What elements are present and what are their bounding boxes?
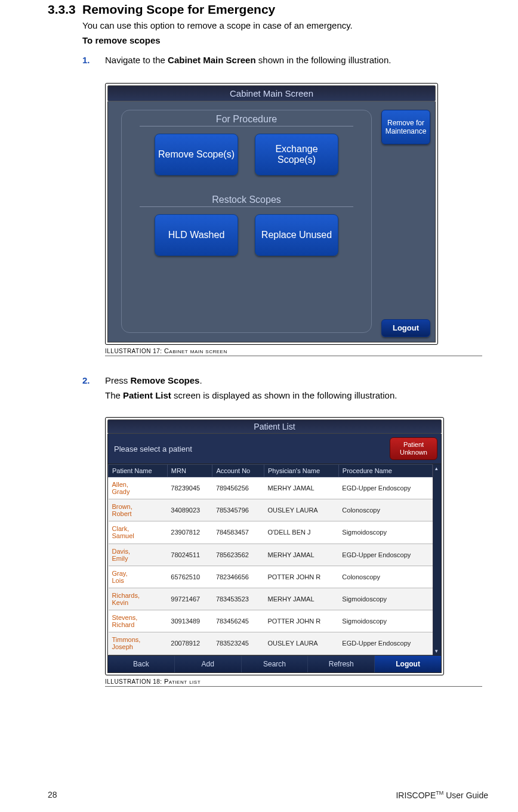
hld-washed-button[interactable]: HLD Washed [155, 214, 238, 256]
back-button[interactable]: Back [108, 656, 175, 672]
patient-unknown-button[interactable]: Patient Unknown [390, 437, 437, 460]
section-heading: 3.3.3Removing Scope for Emergency [48, 2, 482, 17]
table-cell: 65762510 [167, 566, 212, 588]
table-row[interactable]: Richards, Kevin99721467783453523MERHY JA… [109, 588, 433, 610]
figure-caption: Illustration 18: Patient list [105, 678, 482, 687]
table-cell: Gray, Lois [109, 566, 168, 588]
table-cell: Colonoscopy [338, 499, 432, 521]
remove-scopes-button[interactable]: Remove Scope(s) [155, 134, 238, 175]
step-follow-text: The Patient List screen is displayed as … [105, 390, 482, 400]
replace-unused-button[interactable]: Replace Unused [255, 214, 338, 256]
step-number: 1. [82, 55, 105, 65]
table-cell: Timmons, Joseph [109, 632, 168, 654]
table-row[interactable]: Gray, Lois65762510782346656POTTER JOHN R… [109, 566, 433, 588]
add-button[interactable]: Add [175, 656, 242, 672]
table-cell: 783453523 [212, 588, 264, 610]
table-cell: MERHY JAMAL [264, 544, 339, 566]
table-cell: 78239045 [167, 477, 212, 499]
table-cell: MERHY JAMAL [264, 588, 339, 610]
table-cell: Richards, Kevin [109, 588, 168, 610]
table-cell: 784583457 [212, 521, 264, 544]
table-row[interactable]: Brown, Robert34089023785345796OUSLEY LAU… [109, 499, 433, 521]
figure-patient-list: Patient List Please select a patient Pat… [105, 417, 482, 687]
patient-list-title: Patient List [107, 419, 442, 434]
table-row[interactable]: Allen, Grady78239045789456256MERHY JAMAL… [109, 477, 433, 499]
page-number: 28 [48, 790, 57, 800]
table-row[interactable]: Stevens, Richard30913489783456245POTTER … [109, 610, 433, 632]
table-row[interactable]: Davis, Emily78024511785623562MERHY JAMAL… [109, 544, 433, 566]
col-account-no[interactable]: Account No [212, 465, 264, 477]
col-procedure-name[interactable]: Procedure Name [338, 465, 432, 477]
table-cell: Brown, Robert [109, 499, 168, 521]
table-cell: OUSLEY LAURA [264, 632, 339, 654]
step-text: Press Remove Scopes. [105, 374, 202, 387]
table-cell: EGD-Upper Endoscopy [338, 632, 432, 654]
table-cell: Sigmoidoscopy [338, 610, 432, 632]
table-cell: 785623562 [212, 544, 264, 566]
group-label-restock-scopes: Restock Scopes [122, 191, 371, 206]
refresh-button[interactable]: Refresh [308, 656, 375, 672]
table-cell: Allen, Grady [109, 477, 168, 499]
step-number: 2. [82, 375, 105, 385]
remove-for-maintenance-button[interactable]: Remove for Maintenance [381, 110, 430, 144]
table-cell: POTTER JOHN R [264, 566, 339, 588]
col-mrn[interactable]: MRN [167, 465, 212, 477]
table-cell: MERHY JAMAL [264, 477, 339, 499]
table-cell: Stevens, Richard [109, 610, 168, 632]
patient-table: Patient Name MRN Account No Physician's … [108, 464, 433, 655]
table-cell: 34089023 [167, 499, 212, 521]
search-button[interactable]: Search [242, 656, 309, 672]
cabinet-title: Cabinet Main Screen [107, 85, 436, 101]
figure-caption: Illustration 17: Cabinet main screen [105, 347, 482, 356]
table-cell: 783456245 [212, 610, 264, 632]
table-cell: 20078912 [167, 632, 212, 654]
product-name: IRISCOPETM User Guide [396, 790, 488, 800]
table-row[interactable]: Timmons, Joseph20078912783523245OUSLEY L… [109, 632, 433, 654]
scrollbar[interactable] [433, 464, 441, 655]
table-cell: O'DELL BEN J [264, 521, 339, 544]
table-cell: EGD-Upper Endoscopy [338, 544, 432, 566]
table-cell: 783523245 [212, 632, 264, 654]
table-cell: 23907812 [167, 521, 212, 544]
page-footer: 28 IRISCOPETM User Guide [48, 790, 488, 800]
section-subhead: To remove scopes [82, 35, 482, 45]
table-cell: 30913489 [167, 610, 212, 632]
group-label-for-procedure: For Procedure [122, 110, 371, 126]
section-intro: You can use this option to remove a scop… [82, 20, 482, 30]
logout-button[interactable]: Logout [381, 319, 430, 337]
section-title: Removing Scope for Emergency [82, 2, 275, 16]
table-cell: 785345796 [212, 499, 264, 521]
table-cell: POTTER JOHN R [264, 610, 339, 632]
table-cell: 789456256 [212, 477, 264, 499]
table-cell: Clark, Samuel [109, 521, 168, 544]
patient-list-prompt: Please select a patient [114, 444, 192, 453]
table-cell: OUSLEY LAURA [264, 499, 339, 521]
col-patient-name[interactable]: Patient Name [109, 465, 168, 477]
figure-cabinet-main-screen: Cabinet Main Screen For Procedure Remove… [105, 83, 482, 356]
table-cell: EGD-Upper Endoscopy [338, 477, 432, 499]
exchange-scopes-button[interactable]: Exchange Scope(s) [255, 134, 338, 175]
table-cell: 782346656 [212, 566, 264, 588]
step-text: Navigate to the Cabinet Main Screen show… [105, 54, 391, 66]
col-physician-name[interactable]: Physician's Name [264, 465, 339, 477]
table-cell: Sigmoidoscopy [338, 588, 432, 610]
logout-button[interactable]: Logout [375, 656, 441, 672]
table-cell: 78024511 [167, 544, 212, 566]
table-cell: Sigmoidoscopy [338, 521, 432, 544]
table-cell: 99721467 [167, 588, 212, 610]
section-number: 3.3.3 [48, 2, 82, 17]
table-row[interactable]: Clark, Samuel23907812784583457O'DELL BEN… [109, 521, 433, 544]
table-cell: Colonoscopy [338, 566, 432, 588]
table-cell: Davis, Emily [109, 544, 168, 566]
